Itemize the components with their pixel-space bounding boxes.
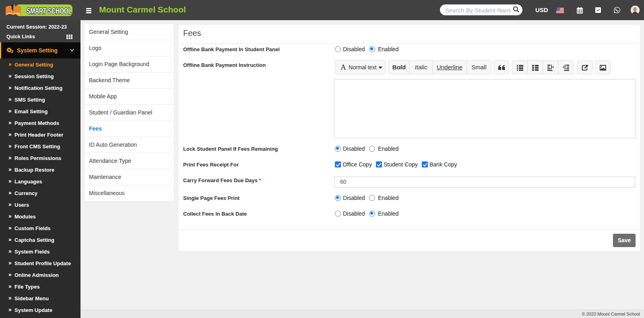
svg-text:SMART SCHOOL: SMART SCHOOL [27,6,72,15]
